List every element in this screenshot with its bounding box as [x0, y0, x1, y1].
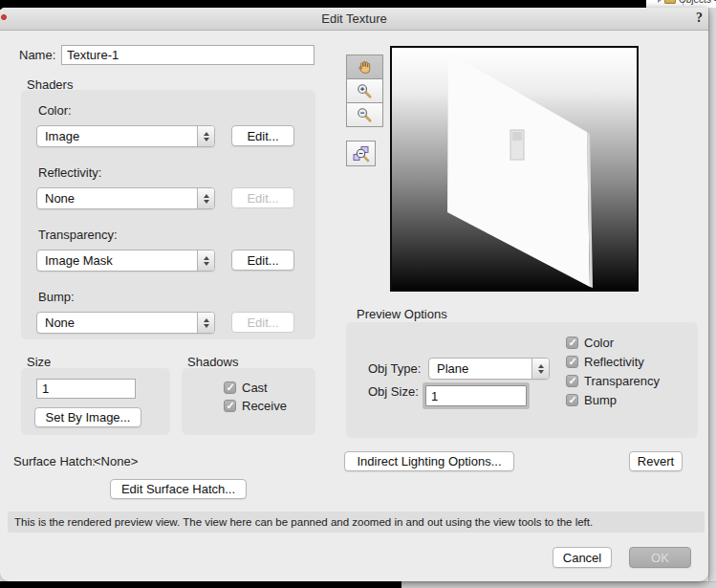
- name-input[interactable]: [61, 45, 315, 65]
- view-tool-stack: [346, 54, 383, 127]
- edit-texture-dialog: Edit Texture ? Name: Shaders Color: Imag…: [0, 8, 708, 581]
- preview-transparency-label: Transparency: [584, 374, 660, 388]
- set-by-image-button[interactable]: Set By Image...: [34, 407, 141, 427]
- backdrop-right-strip: [708, 8, 716, 581]
- preview-transparency-checkbox[interactable]: [566, 375, 578, 387]
- backdrop-bottom-gray: [401, 581, 716, 588]
- screen: Objects - Painting Equip Appli Edit Text…: [0, 0, 716, 588]
- name-label: Name:: [19, 48, 55, 62]
- zoom-area-icon: [352, 144, 371, 163]
- zoom-in-icon: [356, 82, 374, 100]
- help-button[interactable]: ?: [696, 11, 703, 26]
- preview-color-checkbox-row[interactable]: Color: [566, 336, 614, 350]
- preview-transparency-checkbox-row[interactable]: Transparency: [566, 374, 660, 388]
- size-input[interactable]: [36, 379, 136, 399]
- preview-reflectivity-label: Reflectivity: [584, 355, 644, 369]
- transparency-edit-button[interactable]: Edit...: [231, 250, 294, 271]
- transparency-shader-value: Image Mask: [37, 253, 197, 268]
- preview-options-title: Preview Options: [357, 307, 447, 321]
- color-shader-value: Image: [37, 129, 197, 143]
- stepper-icon: [532, 359, 549, 379]
- disclosure-triangle-icon: [658, 0, 662, 3]
- obj-size-input[interactable]: [425, 385, 527, 406]
- edit-surface-hatch-button[interactable]: Edit Surface Hatch...: [110, 479, 247, 499]
- dialog-titlebar[interactable]: Edit Texture ?: [0, 8, 708, 31]
- preview-color-checkbox[interactable]: [566, 337, 578, 349]
- color-label: Color:: [38, 103, 72, 118]
- color-shader-dropdown[interactable]: Image: [36, 125, 215, 147]
- bump-shader-value: None: [37, 316, 197, 330]
- preview-bump-checkbox-row[interactable]: Bump: [566, 393, 617, 407]
- revert-button[interactable]: Revert: [629, 451, 683, 471]
- reflectivity-shader-dropdown[interactable]: None: [36, 187, 215, 209]
- receive-checkbox[interactable]: [224, 400, 236, 412]
- obj-type-label: Obj Type:: [368, 361, 421, 376]
- reflectivity-edit-button: Edit...: [231, 187, 294, 208]
- cast-checkbox-row[interactable]: Cast: [224, 381, 268, 395]
- shadows-title: Shadows: [187, 355, 238, 369]
- stepper-icon: [197, 250, 214, 271]
- obj-size-label: Obj Size:: [368, 384, 419, 399]
- preview-reflectivity-checkbox[interactable]: [566, 356, 578, 368]
- cast-checkbox[interactable]: [224, 381, 236, 394]
- color-edit-button[interactable]: Edit...: [231, 125, 294, 146]
- indirect-lighting-options-button[interactable]: Indirect Lighting Options...: [344, 451, 514, 471]
- preview-bump-label: Bump: [584, 393, 617, 407]
- bump-edit-button: Edit...: [231, 312, 294, 333]
- status-message: This is the rendered preview view. The v…: [8, 512, 705, 533]
- cast-label: Cast: [242, 381, 268, 395]
- folder-icon: [664, 0, 676, 4]
- obj-type-dropdown[interactable]: Plane: [428, 358, 550, 380]
- preview-reflectivity-checkbox-row[interactable]: Reflectivity: [566, 355, 644, 369]
- hand-icon: [356, 58, 374, 76]
- dialog-title: Edit Texture: [0, 11, 708, 26]
- transparency-shader-dropdown[interactable]: Image Mask: [36, 250, 215, 272]
- zoom-area-tool-button[interactable]: [346, 141, 376, 166]
- zoom-in-tool-button[interactable]: [347, 79, 382, 103]
- pan-tool-button[interactable]: [347, 55, 382, 79]
- zoom-out-tool-button[interactable]: [347, 103, 382, 126]
- cancel-button[interactable]: Cancel: [553, 547, 612, 568]
- stepper-icon: [197, 313, 214, 333]
- stepper-icon: [197, 126, 214, 146]
- surface-hatch-label: Surface Hatch:: [13, 454, 96, 468]
- surface-hatch-value: <None>: [94, 454, 138, 468]
- stepper-icon: [197, 188, 214, 208]
- zoom-out-icon: [356, 106, 374, 124]
- texture-preview-canvas[interactable]: [390, 46, 639, 292]
- reflectivity-shader-value: None: [37, 191, 197, 206]
- preview-bump-checkbox[interactable]: [566, 394, 578, 406]
- preview-color-label: Color: [584, 336, 614, 350]
- obj-type-value: Plane: [429, 361, 532, 376]
- bump-shader-dropdown[interactable]: None: [36, 312, 215, 334]
- receive-checkbox-row[interactable]: Receive: [224, 399, 287, 413]
- size-title: Size: [27, 355, 51, 369]
- preview-render: [392, 48, 637, 290]
- backdrop-bottom-black: [0, 581, 401, 588]
- browser-item-label: Objects - Painting Equip Appli: [679, 0, 716, 5]
- receive-label: Receive: [242, 399, 287, 413]
- browser-list-item: Objects - Painting Equip Appli: [658, 0, 716, 5]
- ok-button[interactable]: OK: [629, 547, 691, 568]
- transparency-label: Transparency:: [38, 228, 118, 242]
- bump-label: Bump:: [38, 290, 75, 304]
- reflectivity-label: Reflectivity:: [38, 165, 101, 180]
